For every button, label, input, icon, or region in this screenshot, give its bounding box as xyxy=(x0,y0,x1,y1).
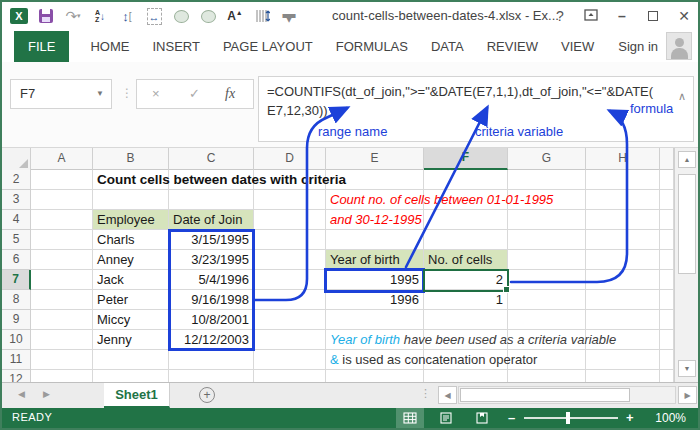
sheet-tab-sheet1[interactable]: Sheet1 xyxy=(104,383,170,408)
cell-H7[interactable] xyxy=(586,270,660,290)
cell-A3[interactable] xyxy=(31,190,93,210)
cell-E4[interactable]: and 30-12-1995 xyxy=(326,210,424,230)
column-width-icon[interactable]: ↔ xyxy=(145,7,163,25)
cell-D9[interactable] xyxy=(254,310,326,330)
cell-A2[interactable] xyxy=(31,170,93,190)
zoom-level[interactable]: 100% xyxy=(655,411,686,425)
cell-C12[interactable] xyxy=(169,370,254,382)
column-header-B[interactable]: B xyxy=(93,148,169,170)
cell-A10[interactable] xyxy=(31,330,93,350)
name-box[interactable]: F7 ▼ xyxy=(10,79,112,109)
cell-D11[interactable] xyxy=(254,350,326,370)
cell-D6[interactable] xyxy=(254,250,326,270)
prev-sheet-icon[interactable]: ◀ xyxy=(18,389,25,399)
cell-H11[interactable] xyxy=(586,350,660,370)
scroll-left-icon[interactable]: ◀ xyxy=(438,386,457,404)
cell-E10[interactable]: Year of birth have been used as a criter… xyxy=(326,330,424,350)
cell-H5[interactable] xyxy=(586,230,660,250)
enter-entry-icon[interactable]: ✓ xyxy=(189,80,200,108)
name-box-dropdown-icon[interactable]: ▼ xyxy=(96,80,104,108)
column-header-D[interactable]: D xyxy=(254,148,326,170)
cell-E6[interactable]: Year of birth xyxy=(326,250,424,270)
row-header-6[interactable]: 6 xyxy=(2,250,31,270)
increase-font-icon[interactable]: A▲ xyxy=(226,7,244,25)
next-sheet-icon[interactable]: ▶ xyxy=(43,389,50,399)
cell-B10[interactable]: Jenny xyxy=(93,330,169,350)
cell-A11[interactable] xyxy=(31,350,93,370)
cell-A9[interactable] xyxy=(31,310,93,330)
cell-D10[interactable] xyxy=(254,330,326,350)
cell-G7[interactable] xyxy=(508,270,586,290)
cell-A6[interactable] xyxy=(31,250,93,270)
cell-B3[interactable] xyxy=(93,190,169,210)
cell-A4[interactable] xyxy=(31,210,93,230)
row-header-8[interactable]: 8 xyxy=(2,290,31,310)
cell-A8[interactable] xyxy=(31,290,93,310)
tab-review[interactable]: REVIEW xyxy=(485,31,540,62)
qat-customize-icon[interactable]: ▬▾ xyxy=(280,7,298,25)
scroll-down-icon[interactable]: ▼ xyxy=(678,360,696,377)
normal-view-icon[interactable] xyxy=(396,408,424,428)
cell-H4[interactable] xyxy=(586,210,660,230)
cell-A7[interactable] xyxy=(31,270,93,290)
cell-C11[interactable] xyxy=(169,350,254,370)
column-header-F[interactable]: F xyxy=(424,148,508,170)
oval-shape-icon[interactable] xyxy=(172,7,190,25)
column-header-G[interactable]: G xyxy=(508,148,586,170)
sort-az-icon[interactable]: AZ↓ xyxy=(91,7,109,25)
cell-E5[interactable] xyxy=(326,230,424,250)
cell-G5[interactable] xyxy=(508,230,586,250)
cell-D5[interactable] xyxy=(254,230,326,250)
row-header-10[interactable]: 10 xyxy=(2,330,31,350)
row-header-3[interactable]: 3 xyxy=(2,190,31,210)
tab-formulas[interactable]: FORMULAS xyxy=(334,31,410,62)
save-icon[interactable] xyxy=(37,7,55,25)
row-header-9[interactable]: 9 xyxy=(2,310,31,330)
row-header-5[interactable]: 5 xyxy=(2,230,31,250)
cell-F12[interactable] xyxy=(424,370,508,382)
cell-E11[interactable]: & is used as concatenation operator xyxy=(326,350,424,370)
cell-A12[interactable] xyxy=(31,370,93,382)
cell-B9[interactable]: Miccy xyxy=(93,310,169,330)
help-icon[interactable]: ? xyxy=(552,8,568,24)
cell-D4[interactable] xyxy=(254,210,326,230)
maximize-icon[interactable] xyxy=(645,8,661,24)
cell-B8[interactable]: Peter xyxy=(93,290,169,310)
cell-D12[interactable] xyxy=(254,370,326,382)
minimize-icon[interactable]: – xyxy=(614,8,630,24)
row-header-7[interactable]: 7 xyxy=(2,270,31,290)
cancel-entry-icon[interactable]: × xyxy=(152,80,160,108)
cell-B11[interactable] xyxy=(93,350,169,370)
vertical-scroll-thumb[interactable] xyxy=(678,174,696,274)
insert-function-icon[interactable]: fx xyxy=(225,80,235,108)
formula-input[interactable]: =COUNTIFS(dt_of_join,">="&DATE(E7,1,1),d… xyxy=(258,76,694,142)
cell-D3[interactable] xyxy=(254,190,326,210)
column-header-C[interactable]: C xyxy=(169,148,254,170)
cell-F4[interactable] xyxy=(424,210,508,230)
cell-B6[interactable]: Anney xyxy=(93,250,169,270)
cell-H12[interactable] xyxy=(586,370,660,382)
cell-F9[interactable] xyxy=(424,310,508,330)
row-header-2[interactable]: 2 xyxy=(2,170,31,190)
tab-file[interactable]: FILE xyxy=(14,31,69,62)
ribbon-display-options-icon[interactable] xyxy=(583,8,599,24)
cell-E12[interactable] xyxy=(326,370,424,382)
tab-home[interactable]: HOME xyxy=(88,31,131,62)
oval-shape-icon-2[interactable] xyxy=(199,7,217,25)
cell-G4[interactable] xyxy=(508,210,586,230)
cell-B5[interactable]: Charls xyxy=(93,230,169,250)
sign-in-link[interactable]: Sign in xyxy=(618,39,658,54)
cell-G8[interactable] xyxy=(508,290,586,310)
page-break-preview-icon[interactable] xyxy=(468,408,496,428)
cell-G6[interactable] xyxy=(508,250,586,270)
excel-logo-icon[interactable]: X xyxy=(10,7,28,25)
scrollbar-resize-handle[interactable]: ⋮ xyxy=(420,387,431,400)
page-layout-view-icon[interactable] xyxy=(432,408,460,428)
user-avatar[interactable] xyxy=(666,32,692,60)
new-sheet-icon[interactable]: + xyxy=(199,387,215,403)
cell-E8[interactable]: 1996 xyxy=(326,290,424,310)
cell-F8[interactable]: 1 xyxy=(424,290,508,310)
row-header-11[interactable]: 11 xyxy=(2,350,31,370)
scroll-right-icon[interactable]: ▶ xyxy=(678,386,697,404)
cell-G12[interactable] xyxy=(508,370,586,382)
